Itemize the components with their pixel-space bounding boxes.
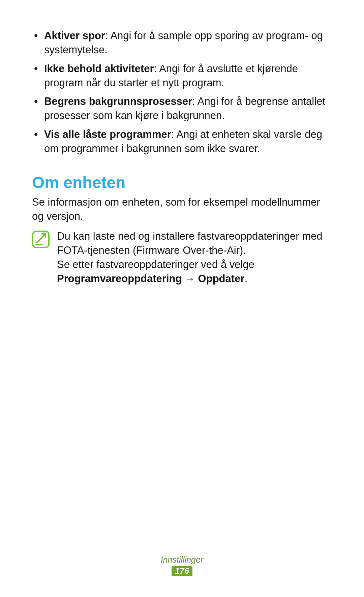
note-text: Du kan laste ned og installere fastvareo… bbox=[57, 229, 332, 286]
note-block: Du kan laste ned og installere fastvareo… bbox=[32, 229, 332, 286]
bullet-item: Begrens bakgrunnsprosesser: Angi for å b… bbox=[32, 94, 332, 123]
note-line-2: Se etter fastvareoppdateringer ved å vel… bbox=[57, 258, 332, 272]
note-bold-trail: . bbox=[244, 273, 247, 285]
bullet-item: Vis alle låste programmer: Angi at enhet… bbox=[32, 127, 332, 156]
footer-section-name: Innstillinger bbox=[0, 555, 364, 565]
bullet-label: Begrens bakgrunnsprosesser bbox=[44, 95, 192, 107]
bullet-label: Aktiver spor bbox=[44, 30, 105, 41]
note-line-3: Programvareoppdatering → Oppdater. bbox=[57, 272, 332, 286]
note-line-1: Du kan laste ned og installere fastvareo… bbox=[57, 229, 332, 258]
section-intro: Se informasjon om enheten, som for eksem… bbox=[32, 195, 332, 223]
page-footer: Innstillinger 176 bbox=[0, 555, 364, 576]
page-number-badge: 176 bbox=[172, 566, 192, 576]
bullet-item: Ikke behold aktiviteter: Angi for å avsl… bbox=[32, 62, 332, 90]
bullet-item: Aktiver spor: Angi for å sample opp spor… bbox=[32, 29, 332, 57]
note-icon bbox=[32, 231, 50, 248]
section-heading-om-enheten: Om enheten bbox=[32, 173, 332, 192]
bullet-label: Ikke behold aktiviteter bbox=[44, 63, 154, 74]
svg-line-1 bbox=[37, 235, 45, 243]
note-bold: Programvareoppdatering → Oppdater bbox=[57, 273, 244, 285]
bullet-list: Aktiver spor: Angi for å sample opp spor… bbox=[32, 29, 332, 156]
bullet-label: Vis alle låste programmer bbox=[44, 128, 171, 140]
